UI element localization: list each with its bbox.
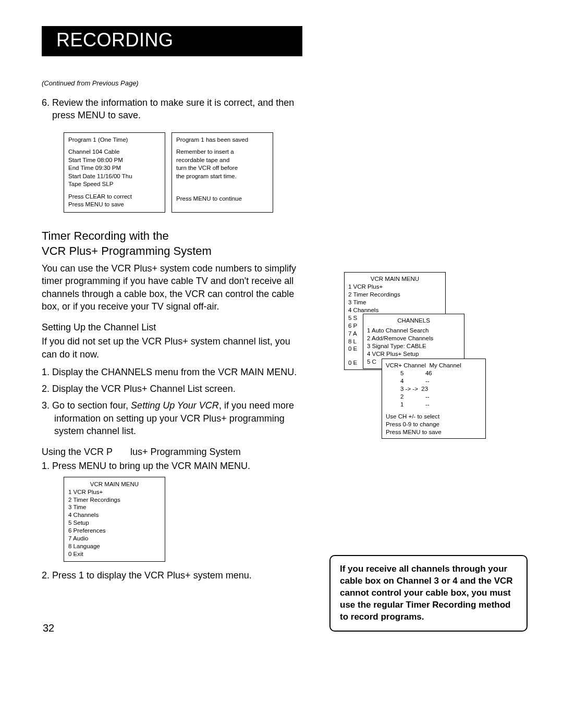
step: 2. Press 1 to display the VCR Plus+ syst… — [42, 569, 308, 582]
s-line: Tape Speed SLP — [68, 180, 161, 189]
menu-item: 6 Preferences — [68, 527, 161, 535]
list-row: 5 46 — [386, 369, 482, 377]
menu-item: 5 Setup — [68, 519, 161, 527]
step: 1. Press MENU to bring up the VCR MAIN M… — [42, 460, 308, 472]
subh-part: Using the VCR P — [42, 447, 113, 457]
list-row: 2 -- — [386, 393, 482, 401]
step: 3. Go to section four, Setting Up Your V… — [42, 399, 308, 437]
menu-item: 1 VCR Plus+ — [348, 283, 442, 291]
screen-program1: Program 1 (One Time) Channel 104 Cable S… — [64, 132, 165, 213]
list-row: 4 -- — [386, 377, 482, 385]
left-column: (Continued from Previous Page) 6. Review… — [42, 79, 308, 586]
list-row: 3 -> -> 23 — [386, 385, 482, 393]
screen-main-menu: VCR MAIN MENU 1 VCR Plus+ 2 Timer Record… — [64, 477, 165, 562]
menu-item: 1 VCR Plus+ — [68, 488, 161, 496]
section-body: You can use the VCR Plus+ system code nu… — [42, 262, 308, 313]
page-number: 32 — [43, 622, 54, 634]
menu-item: 1 Auto Channel Search — [367, 327, 460, 335]
step-6: 6. Review the information to make sure i… — [42, 96, 308, 122]
subheading-channel-list: Setting Up the Channel List — [42, 322, 308, 333]
s-line: End Time 09:30 PM — [68, 164, 161, 172]
subheading-using-vcrplus: Using the VCR Plus+ Programming System — [42, 447, 308, 458]
s-line: Remember to insert a — [176, 148, 268, 156]
right-screens-stack: VCR MAIN MENU 1 VCR Plus+ 2 Timer Record… — [344, 272, 500, 434]
menu-item: 2 Timer Recordings — [68, 496, 161, 504]
menu-item: 3 Signal Type: CABLE — [367, 342, 460, 350]
s-line: the program start time. — [176, 172, 268, 181]
continued-note: (Continued from Previous Page) — [42, 79, 308, 87]
s-line: turn the VCR off before — [176, 164, 268, 172]
menu-title: VCR MAIN MENU — [68, 480, 161, 488]
menu-item: 3 Time — [348, 299, 442, 306]
menu-item: 3 Time — [68, 503, 161, 511]
menu-item: 4 Channels — [348, 306, 442, 314]
hint: Press MENU to save — [386, 428, 482, 436]
col-headers: VCR+ Channel My Channel — [386, 362, 482, 369]
section-title: RECORDING — [56, 29, 288, 51]
hint: Press 0-9 to change — [386, 421, 482, 428]
s-line: Start Date 11/16/00 Thu — [68, 172, 161, 181]
right-column: VCR MAIN MENU 1 VCR Plus+ 2 Timer Record… — [344, 272, 527, 434]
heading-line: Timer Recording with the — [42, 228, 308, 244]
step: 1. Display the CHANNELS menu from the VC… — [42, 366, 308, 378]
s-line: Press MENU to continue — [176, 195, 268, 203]
menu-item: 4 Channels — [68, 511, 161, 519]
list-row: 1 -- — [386, 401, 482, 409]
menu-title: VCR MAIN MENU — [348, 275, 442, 283]
menu-item: 2 Timer Recordings — [348, 291, 442, 299]
subh-part: lus+ Programming System — [130, 447, 241, 457]
menu-item: 4 VCR Plus+ Setup — [367, 350, 460, 358]
s-line: Press MENU to save — [68, 201, 161, 209]
step-text: 3. Go to section four, — [42, 400, 131, 411]
heading-line: VCR Plus+ Programming System — [42, 243, 308, 259]
step: 2. Display the VCR Plus+ Channel List sc… — [42, 382, 308, 395]
menu-item: 0 Exit — [68, 550, 161, 558]
section-heading: Timer Recording with the VCR Plus+ Progr… — [42, 228, 308, 259]
s-line: recordable tape and — [176, 156, 268, 165]
menu-item: 2 Add/Remove Channels — [367, 335, 460, 342]
screen-pair: Program 1 (One Time) Channel 104 Cable S… — [64, 132, 308, 213]
screen-vcrplus-list: VCR+ Channel My Channel 5 46 4 -- 3 -> -… — [382, 359, 486, 439]
step-italic: Setting Up Your VCR — [131, 400, 219, 411]
s-line: Start Time 08:00 PM — [68, 156, 161, 165]
sub-body: If you did not set up the VCR Plus+ syst… — [42, 335, 308, 361]
menu-title: CHANNELS — [367, 317, 460, 325]
menu-item: 8 Language — [68, 542, 161, 550]
hint: Use CH +/- to select — [386, 413, 482, 421]
s-line: Press CLEAR to correct — [68, 193, 161, 201]
menu-item: 7 Audio — [68, 535, 161, 542]
note-box: If you receive all channels through your… — [329, 555, 528, 632]
s-line: Program 1 (One Time) — [68, 136, 161, 144]
section-title-bar: RECORDING — [42, 26, 302, 56]
s-line: Channel 104 Cable — [68, 148, 161, 156]
s-line: Program 1 has been saved — [176, 136, 268, 144]
screen-saved: Program 1 has been saved Remember to ins… — [172, 132, 273, 213]
